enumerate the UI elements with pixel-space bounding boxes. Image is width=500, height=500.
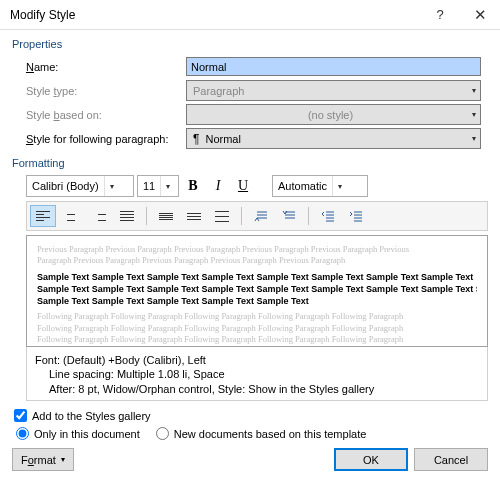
- chevron-down-icon: ▾: [472, 86, 476, 95]
- paragraph-toolbar: [26, 201, 488, 231]
- increase-indent-button[interactable]: [343, 205, 369, 227]
- style-type-label: Style type:: [26, 85, 186, 97]
- decrease-indent-button[interactable]: [315, 205, 341, 227]
- font-family-select[interactable]: Calibri (Body)▾: [26, 175, 134, 197]
- help-button[interactable]: ?: [420, 0, 460, 30]
- style-based-on-label: Style based on:: [26, 109, 186, 121]
- preview-previous: Previous Paragraph Previous Paragraph Pr…: [37, 244, 477, 255]
- style-type-select: Paragraph▾: [186, 80, 481, 101]
- preview-sample: Sample Text Sample Text Sample Text Samp…: [37, 283, 477, 295]
- preview-sample: Sample Text Sample Text Sample Text Samp…: [37, 295, 477, 307]
- style-based-on-select: (no style)▾: [186, 104, 481, 125]
- align-center-button[interactable]: [58, 205, 84, 227]
- preview-previous: Paragraph Previous Paragraph Previous Pa…: [37, 255, 477, 266]
- properties-heading: Properties: [12, 38, 488, 50]
- preview-following: Following Paragraph Following Paragraph …: [37, 323, 477, 334]
- chevron-down-icon: ▾: [104, 176, 119, 196]
- single-space-button[interactable]: [153, 205, 179, 227]
- space-before-up-button[interactable]: [248, 205, 274, 227]
- ok-button[interactable]: OK: [334, 448, 408, 471]
- chevron-down-icon: ▾: [472, 134, 476, 143]
- new-documents-radio[interactable]: New documents based on this template: [156, 427, 367, 440]
- underline-button[interactable]: U: [232, 175, 254, 197]
- name-input[interactable]: [186, 57, 481, 76]
- chevron-down-icon: ▾: [160, 176, 175, 196]
- align-right-button[interactable]: [86, 205, 112, 227]
- chevron-down-icon: ▾: [61, 455, 65, 464]
- preview-following: Following Paragraph Following Paragraph …: [37, 311, 477, 322]
- preview-pane: Previous Paragraph Previous Paragraph Pr…: [26, 235, 488, 347]
- font-color-select[interactable]: Automatic▾: [272, 175, 368, 197]
- preview-following: Following Paragraph Following Paragraph …: [37, 334, 477, 345]
- titlebar: Modify Style ? ✕: [0, 0, 500, 30]
- italic-button[interactable]: I: [207, 175, 229, 197]
- name-label: Name:: [26, 61, 186, 73]
- bold-button[interactable]: B: [182, 175, 204, 197]
- only-in-document-radio[interactable]: Only in this document: [16, 427, 140, 440]
- align-justify-button[interactable]: [114, 205, 140, 227]
- cancel-button[interactable]: Cancel: [414, 448, 488, 471]
- chevron-down-icon: ▾: [472, 110, 476, 119]
- one-half-space-button[interactable]: [181, 205, 207, 227]
- font-size-select[interactable]: 11▾: [137, 175, 179, 197]
- format-menu-button[interactable]: Format▾: [12, 448, 74, 471]
- style-following-select[interactable]: ¶Normal ▾: [186, 128, 481, 149]
- pilcrow-icon: ¶: [193, 132, 199, 146]
- dialog-title: Modify Style: [10, 8, 420, 22]
- dialog-body: Properties Name: Style type: Paragraph▾ …: [0, 30, 500, 479]
- double-space-button[interactable]: [209, 205, 235, 227]
- preview-sample: Sample Text Sample Text Sample Text Samp…: [37, 271, 477, 283]
- style-description: Font: (Default) +Body (Calibri), Left Li…: [26, 347, 488, 401]
- add-to-gallery-checkbox[interactable]: Add to the Styles gallery: [14, 409, 488, 422]
- formatting-heading: Formatting: [12, 157, 488, 169]
- align-left-button[interactable]: [30, 205, 56, 227]
- font-toolbar: Calibri (Body)▾ 11▾ B I U Automatic▾: [26, 175, 488, 197]
- close-button[interactable]: ✕: [460, 0, 500, 30]
- space-before-down-button[interactable]: [276, 205, 302, 227]
- style-following-label: Style for following paragraph:: [26, 133, 186, 145]
- chevron-down-icon: ▾: [332, 176, 347, 196]
